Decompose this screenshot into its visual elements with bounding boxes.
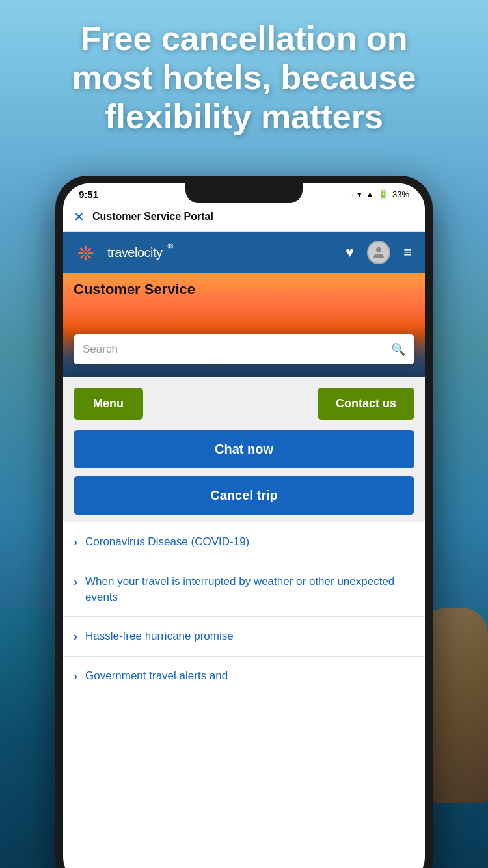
battery-icon: 🔋	[378, 189, 388, 199]
faq-item-weather[interactable]: › When your travel is interrupted by wea…	[63, 562, 425, 617]
user-avatar[interactable]	[367, 241, 390, 264]
faq-item-label: Hassle-free hurricane promise	[85, 629, 234, 644]
chevron-right-icon: ›	[74, 670, 77, 683]
faq-item-label: When your travel is interrupted by weath…	[85, 574, 414, 605]
logo-text: travelocity	[107, 245, 163, 260]
faq-item-label: Coronavirus Disease (COVID-19)	[85, 534, 249, 550]
action-buttons-row: Menu Contact us	[63, 377, 425, 430]
svg-point-1	[376, 247, 381, 252]
main-content: Menu Contact us Chat now Cancel trip › C…	[63, 377, 425, 696]
travelocity-logo[interactable]: ❊ travelocity ®	[76, 239, 335, 265]
svg-text:❊: ❊	[77, 243, 94, 264]
nav-icons: ♥ ≡	[346, 241, 412, 264]
hamburger-menu-icon[interactable]: ≡	[403, 245, 412, 260]
headline: Free cancellation on most hotels, becaus…	[0, 20, 488, 136]
faq-item-covid[interactable]: › Coronavirus Disease (COVID-19)	[63, 522, 425, 562]
logo-snowflake-icon: ❊	[76, 239, 102, 265]
menu-button[interactable]: Menu	[74, 388, 143, 420]
wifi-icon: ▾	[357, 189, 362, 199]
chevron-right-icon: ›	[74, 630, 77, 644]
chat-now-button[interactable]: Chat now	[74, 430, 414, 468]
contact-us-button[interactable]: Contact us	[318, 388, 414, 420]
avatar-icon	[371, 245, 386, 260]
chevron-right-icon: ›	[74, 575, 77, 589]
status-icons: · ▾ ▲ 🔋 33%	[351, 189, 409, 199]
phone-frame: 9:51 · ▾ ▲ 🔋 33% ✕ Customer Service Port…	[55, 176, 433, 868]
phone-notch	[185, 183, 303, 203]
faq-item-hurricane[interactable]: › Hassle-free hurricane promise	[63, 617, 425, 657]
customer-service-heading: Customer Service	[74, 281, 195, 298]
close-icon[interactable]: ✕	[74, 209, 85, 224]
logo-trademark: ®	[168, 242, 174, 251]
faq-list: › Coronavirus Disease (COVID-19) › When …	[63, 522, 425, 696]
browser-url-title: Customer Service Portal	[92, 211, 213, 223]
headline-line2: most hotels, because	[72, 59, 416, 96]
search-container: Search 🔍	[74, 334, 414, 364]
hero-area: Customer Service Search 🔍	[63, 273, 425, 377]
chevron-right-icon: ›	[74, 536, 77, 549]
signal-dot: ·	[351, 189, 353, 199]
search-input-wrap[interactable]: Search 🔍	[74, 334, 414, 364]
battery-percent: 33%	[392, 189, 409, 199]
cancel-trip-button[interactable]: Cancel trip	[74, 476, 414, 515]
browser-bar: ✕ Customer Service Portal	[63, 202, 425, 232]
phone-screen: 9:51 · ▾ ▲ 🔋 33% ✕ Customer Service Port…	[63, 183, 425, 868]
faq-item-government[interactable]: › Government travel alerts and	[63, 657, 425, 696]
signal-icon: ▲	[366, 189, 374, 199]
search-input[interactable]: Search	[83, 343, 391, 356]
headline-line1: Free cancellation on	[81, 20, 408, 57]
faq-item-label: Government travel alerts and	[85, 668, 228, 684]
headline-line3: flexibility matters	[105, 98, 383, 135]
search-icon: 🔍	[391, 342, 405, 357]
favorites-heart-icon[interactable]: ♥	[346, 244, 354, 261]
nav-bar: ❊ travelocity ® ♥ ≡	[63, 232, 425, 273]
status-time: 9:51	[79, 189, 98, 200]
